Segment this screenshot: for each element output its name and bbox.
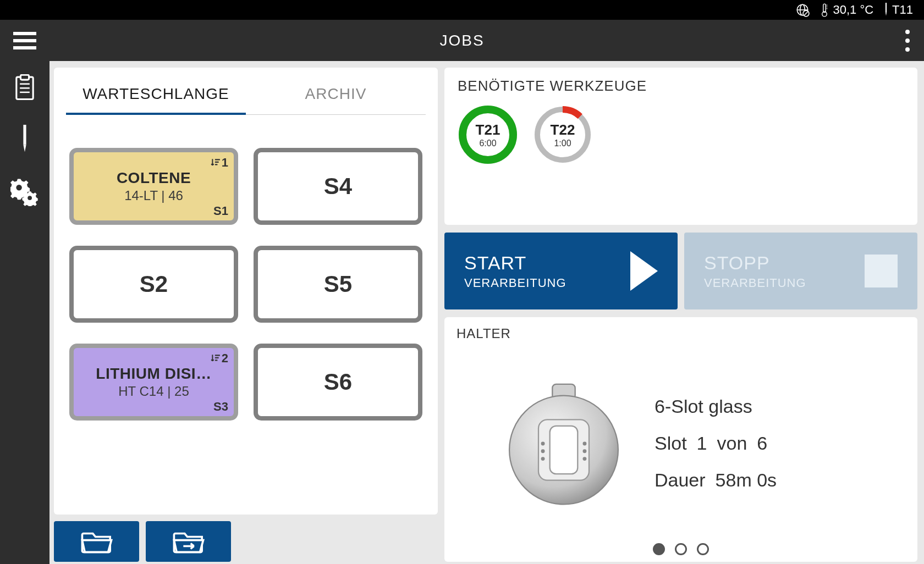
tabs-row: WARTESCHLANGE ARCHIV: [66, 78, 426, 115]
temperature-status: 30,1 °C: [820, 3, 873, 17]
tool-name: T22: [551, 121, 575, 139]
sort-icon: [211, 353, 221, 363]
stop-icon: [865, 255, 898, 287]
svg-point-32: [583, 441, 587, 445]
svg-marker-18: [23, 145, 26, 152]
holder-name: 6-Slot glass: [654, 396, 777, 417]
queue-position-badge: 2: [211, 351, 228, 366]
svg-point-20: [28, 196, 32, 200]
nav-tool-button[interactable]: [21, 125, 28, 156]
slot-s6[interactable]: S6: [254, 344, 422, 421]
slot-job-subtitle: 14-LT | 46: [124, 188, 183, 203]
pager-dot-1[interactable]: [653, 543, 665, 555]
current-tool-value: T11: [892, 3, 913, 17]
page-title: JOBS: [439, 32, 484, 49]
pager: [457, 543, 905, 555]
pager-dot-2[interactable]: [675, 543, 687, 555]
svg-point-29: [541, 441, 545, 445]
slot-s3[interactable]: 2 LITHIUM DISI… HT C14 | 25 S3: [69, 344, 238, 421]
stop-label: STOPP: [704, 252, 806, 274]
holder-card: HALTER: [444, 317, 917, 562]
svg-point-34: [583, 457, 587, 461]
holder-title: HALTER: [457, 326, 905, 341]
start-label: START: [464, 252, 566, 274]
svg-point-33: [583, 449, 587, 453]
more-options-button[interactable]: [905, 30, 910, 52]
slot-s5[interactable]: S5: [254, 246, 422, 323]
tool-icon: [883, 3, 889, 17]
slot-job-title: LITHIUM DISI…: [96, 365, 211, 383]
tab-archive[interactable]: ARCHIV: [246, 78, 426, 114]
pager-dot-3[interactable]: [697, 543, 709, 555]
thermometer-icon: [820, 3, 829, 17]
side-nav: [0, 61, 50, 564]
tool-gauge-t22[interactable]: T22 1:00: [532, 104, 593, 165]
queue-position-badge: 1: [211, 156, 228, 170]
top-status-bar: 30,1 °C T11: [0, 0, 924, 20]
tool-gauge-t21[interactable]: T21 6:00: [458, 104, 518, 165]
globe-icon: [795, 3, 810, 17]
tools-title: BENÖTIGTE WERKZEUGE: [458, 78, 904, 95]
slot-id-label: S3: [213, 400, 228, 414]
menu-button[interactable]: [0, 20, 50, 61]
tools-card: BENÖTIGTE WERKZEUGE T21 6:00: [444, 68, 917, 225]
svg-rect-5: [823, 4, 826, 12]
svg-rect-28: [550, 425, 578, 473]
slot-label: S6: [324, 369, 352, 395]
current-tool-status: T11: [883, 3, 913, 17]
tool-time: 6:00: [479, 139, 496, 148]
nav-settings-button[interactable]: [10, 178, 39, 208]
slot-id-label: S1: [213, 204, 228, 218]
header-bar: JOBS: [0, 20, 924, 61]
play-icon: [630, 251, 658, 291]
slot-s1[interactable]: 1 COLTENE 14-LT | 46 S1: [69, 148, 238, 225]
export-button[interactable]: [146, 521, 231, 562]
temperature-value: 30,1 °C: [833, 3, 873, 17]
svg-rect-10: [886, 3, 887, 12]
open-folder-button[interactable]: [54, 521, 139, 562]
svg-point-31: [541, 457, 545, 461]
slot-label: S2: [140, 271, 168, 297]
holder-slot-row: Slot 1 von 6: [654, 433, 777, 454]
stop-sublabel: VERARBEITUNG: [704, 276, 806, 290]
stop-processing-button[interactable]: STOPP VERARBEITUNG: [684, 233, 917, 309]
slot-job-title: COLTENE: [117, 169, 191, 187]
folder-export-icon: [173, 529, 205, 554]
slot-label: S5: [324, 271, 352, 297]
slot-s2[interactable]: S2: [69, 246, 238, 323]
svg-marker-11: [886, 12, 887, 16]
nav-jobs-button[interactable]: [13, 74, 36, 103]
sort-icon: [211, 158, 221, 168]
tool-name: T21: [476, 121, 501, 139]
holder-duration-row: Dauer 58m 0s: [654, 469, 777, 491]
tab-queue[interactable]: WARTESCHLANGE: [66, 78, 246, 115]
start-sublabel: VERARBEITUNG: [464, 276, 566, 290]
svg-point-30: [541, 449, 545, 453]
start-processing-button[interactable]: START VERARBEITUNG: [444, 233, 678, 309]
slot-label: S4: [324, 173, 352, 200]
tool-time: 1:00: [554, 139, 571, 148]
holder-illustration: [501, 380, 627, 507]
network-status: [795, 3, 810, 17]
svg-rect-17: [23, 125, 26, 145]
folder-icon: [81, 529, 113, 554]
svg-rect-13: [20, 75, 29, 80]
svg-point-19: [16, 185, 21, 190]
slot-s4[interactable]: S4: [254, 148, 422, 225]
jobs-card: WARTESCHLANGE ARCHIV 1 COLTENE 14-LT | 4…: [54, 68, 438, 515]
slot-job-subtitle: HT C14 | 25: [118, 384, 189, 399]
